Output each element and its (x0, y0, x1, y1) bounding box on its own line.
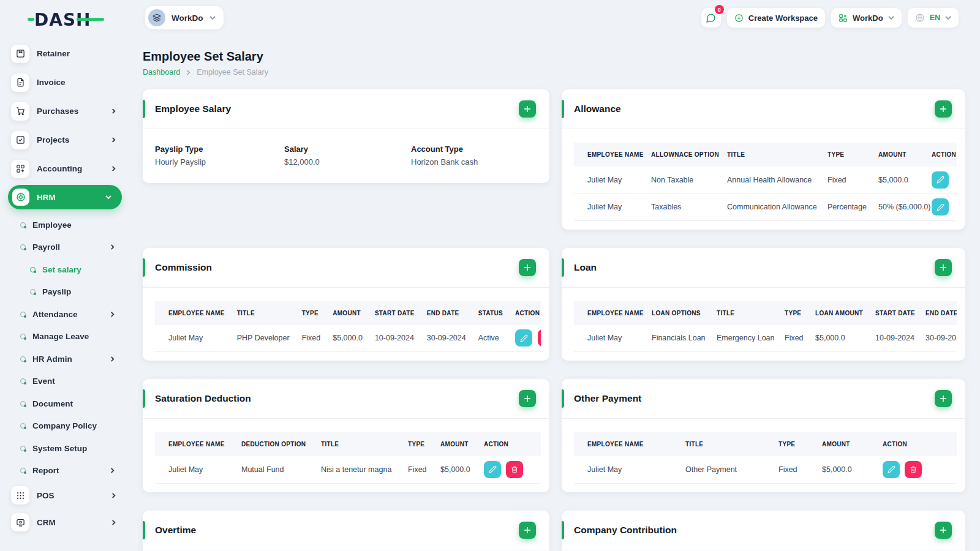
workspace-switcher[interactable]: WorkDo (145, 6, 224, 29)
other-payment-card: Other Payment EMPLOYEE NAME TITLE TYPE A… (562, 379, 965, 492)
card-title: Commission (155, 262, 212, 273)
pos-grid-icon (11, 486, 29, 504)
invoice-icon (11, 73, 29, 92)
crm-icon (11, 513, 29, 531)
bullet-icon (20, 378, 26, 384)
hrm-icon (12, 189, 29, 206)
language-button[interactable]: EN (908, 8, 959, 28)
chevron-right-icon (110, 468, 115, 473)
card-title: Saturation Deduction (155, 393, 251, 404)
allowance-card: Allowance EMPLOYEE NAME ALLOWNACE OPTION… (562, 89, 965, 230)
sidebar-subitem-document[interactable]: Document (0, 392, 129, 415)
retainer-icon (11, 45, 29, 63)
brand-logo[interactable]: DASH (34, 10, 91, 30)
sidebar-item-retainer[interactable]: Retainer (0, 39, 129, 68)
breadcrumb-dashboard-link[interactable]: Dashboard (143, 68, 180, 77)
cart-icon (11, 102, 29, 121)
sidebar-subitem-set-salary[interactable]: Set salary (0, 258, 129, 281)
chevron-down-icon (209, 15, 216, 21)
sidebar-item-invoice[interactable]: Invoice (0, 68, 129, 97)
sidebar-subitem-manage-leave[interactable]: Manage Leave (0, 326, 129, 348)
delete-button[interactable] (905, 461, 922, 478)
card-title: Other Payment (574, 393, 641, 404)
add-allowance-button[interactable] (935, 100, 952, 118)
table-row: Juliet May PHP Developer Fixed $5,000.0 … (155, 325, 541, 352)
topbar: WorkDo 0 Create Workspace WorkDo EN (143, 0, 965, 38)
edit-button[interactable] (932, 198, 949, 216)
card-title: Allowance (574, 103, 621, 114)
bullet-icon (20, 222, 26, 228)
card-title: Company Contribution (574, 525, 677, 536)
bullet-icon (30, 289, 36, 294)
bullet-icon (20, 401, 26, 407)
table-row: Juliet May Other Payment Fixed $5,000.0 (574, 456, 957, 483)
loan-card: Loan EMPLOYEE NAME LOAN OPTIONS TITLE TY… (562, 248, 965, 361)
workspace-grid-icon (839, 13, 848, 23)
bullet-icon (30, 267, 36, 272)
saturation-deduction-table: EMPLOYEE NAME DEDUCTION OPTION TITLE TYP… (155, 432, 541, 484)
chevron-right-icon (110, 312, 115, 317)
delete-button[interactable] (538, 329, 541, 347)
chevron-right-icon (111, 137, 116, 143)
loan-table: EMPLOYEE NAME LOAN OPTIONS TITLE TYPE LO… (574, 301, 957, 353)
messages-button[interactable]: 0 (701, 8, 721, 28)
edit-button[interactable] (932, 171, 949, 189)
logo-dash-left (28, 18, 34, 21)
plus-circle-icon (734, 13, 744, 23)
delete-button[interactable] (506, 461, 523, 478)
chevron-right-icon (110, 244, 115, 250)
sidebar-subitem-report[interactable]: Report (0, 460, 129, 482)
chevron-right-icon (111, 166, 116, 171)
check-square-icon (11, 131, 29, 149)
add-overtime-button[interactable] (519, 522, 536, 539)
sidebar-subitem-hr-admin[interactable]: HR Admin (0, 348, 129, 370)
chevron-right-icon (111, 108, 116, 114)
edit-button[interactable] (484, 461, 501, 478)
account-type-field: Account Type Horizon Bank cash (411, 144, 537, 167)
payslip-type-field: Payslip Type Hourly Payslip (155, 144, 284, 167)
add-saturation-deduction-button[interactable] (519, 390, 536, 407)
table-row: Juliet May Mutual Fund Nisi a tenetur ma… (155, 456, 541, 483)
chevron-right-icon (111, 520, 116, 525)
add-loan-button[interactable] (935, 259, 952, 276)
company-contribution-card: Company Contribution (562, 511, 965, 551)
table-row: Juliet May Non Taxable Annual Health All… (574, 167, 957, 193)
chevron-down-icon (945, 15, 951, 21)
card-title: Overtime (155, 525, 196, 536)
sidebar-subitem-event[interactable]: Event (0, 370, 129, 393)
sidebar-subitem-payslip[interactable]: Payslip (0, 281, 129, 304)
bullet-icon (20, 334, 26, 339)
chevron-down-icon (105, 194, 111, 200)
sidebar-item-hrm[interactable]: HRM (8, 185, 122, 209)
add-commission-button[interactable] (519, 259, 536, 276)
sidebar-item-purchases[interactable]: Purchases (0, 97, 129, 126)
sidebar-subitem-company-policy[interactable]: Company Policy (0, 415, 129, 438)
page-title: Employee Set Salary (143, 50, 965, 64)
edit-button[interactable] (883, 461, 900, 478)
workdo-menu-button[interactable]: WorkDo (831, 8, 902, 28)
allowance-table: EMPLOYEE NAME ALLOWNACE OPTION TITLE TYP… (574, 143, 957, 221)
create-workspace-button[interactable]: Create Workspace (727, 8, 825, 28)
grid-plus-icon (11, 160, 29, 178)
globe-icon (915, 13, 925, 23)
sidebar-subitem-payroll[interactable]: Payroll (0, 236, 129, 259)
sidebar-item-projects[interactable]: Projects (0, 126, 129, 154)
sidebar-item-pos[interactable]: POS (0, 482, 129, 509)
bullet-icon (20, 356, 26, 362)
bullet-icon (20, 446, 26, 451)
add-employee-salary-button[interactable] (519, 100, 536, 118)
breadcrumb: Dashboard Employee Set Salary (143, 68, 965, 77)
add-other-payment-button[interactable] (935, 390, 952, 407)
sidebar-item-accounting[interactable]: Accounting (0, 154, 129, 183)
sidebar-item-crm[interactable]: CRM (0, 509, 129, 536)
edit-button[interactable] (515, 329, 532, 347)
commission-table: EMPLOYEE NAME TITLE TYPE AMOUNT START DA… (155, 301, 541, 353)
main-content: WorkDo 0 Create Workspace WorkDo EN (129, 0, 980, 551)
bullet-icon (20, 244, 26, 250)
sidebar-subitem-system-setup[interactable]: System Setup (0, 437, 129, 460)
sidebar-subitem-attendance[interactable]: Attendance (0, 303, 129, 326)
chevron-right-icon (110, 356, 115, 362)
sidebar-subitem-employee[interactable]: Employee (0, 214, 129, 236)
add-company-contribution-button[interactable] (935, 522, 952, 539)
chevron-right-icon (111, 493, 116, 498)
